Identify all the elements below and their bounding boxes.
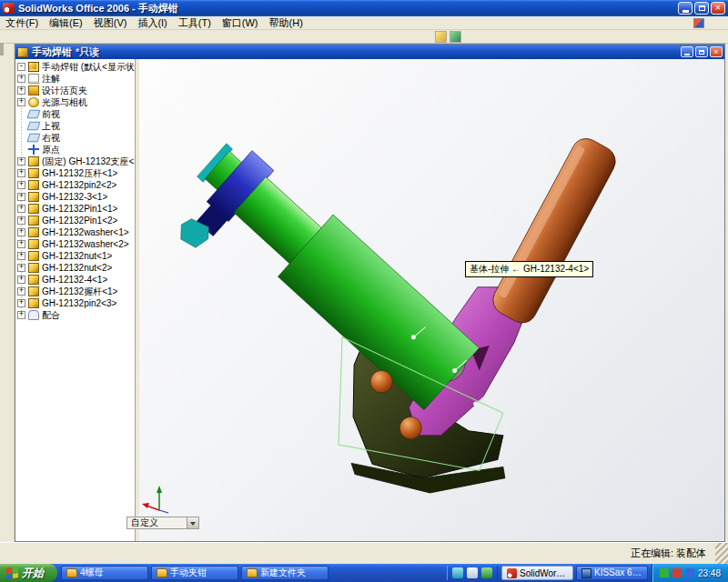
status-bar: 正在编辑: 装配体	[0, 542, 728, 564]
taskbar-task-button[interactable]: KISSax 6.0 - 图...	[576, 566, 648, 580]
doc-minimize-button[interactable]	[681, 46, 693, 57]
tree-expand-box[interactable]: +	[17, 287, 25, 296]
menu-item[interactable]: 工具(T)	[173, 16, 217, 30]
deskband-icon-2[interactable]	[467, 567, 478, 578]
tree-root-item[interactable]: - 手动焊钳 (默认<显示状态-1>)	[15, 61, 135, 73]
tree-item[interactable]: + GH-12132washer<1>	[15, 226, 135, 238]
task-icon	[581, 568, 592, 578]
start-button[interactable]: 开始	[0, 564, 57, 582]
taskbar-task-button[interactable]: 手动夹钳	[151, 566, 238, 580]
mate-toolbar-icon[interactable]	[450, 31, 461, 43]
tree-expand-box[interactable]: +	[17, 228, 25, 236]
tree-item[interactable]: + 光源与相机	[15, 96, 135, 108]
tree-item[interactable]: + GH-12132nut<1>	[15, 250, 135, 262]
graphics-area[interactable]: 基体-拉伸 ← GH-12132-4<1>	[139, 59, 724, 541]
menubar-corner-icon[interactable]	[693, 18, 704, 28]
tree-expand-box[interactable]: +	[17, 311, 25, 319]
tree-item-label: 右视	[42, 132, 60, 145]
menu-item[interactable]: 编辑(E)	[44, 16, 88, 30]
combo-dropdown-button[interactable]	[187, 517, 198, 528]
tree-item-icon	[28, 85, 39, 95]
configuration-combo[interactable]: 自定义	[126, 517, 199, 529]
left-toolbar-icon-2[interactable]	[2, 43, 4, 55]
tree-item-icon	[28, 298, 39, 308]
tree-item[interactable]: + GH-12132-4<1>	[15, 274, 135, 286]
tree-item-icon	[28, 263, 39, 273]
tree-expand-box[interactable]: +	[17, 193, 25, 201]
assembly-doc-icon	[17, 47, 28, 57]
app-title-bar[interactable]: SolidWorks Office 2006 - 手动焊钳 ×	[0, 0, 728, 16]
tray-icon-3[interactable]	[685, 568, 694, 577]
tree-expand-box[interactable]: +	[17, 169, 25, 177]
tree-expand-box[interactable]: +	[17, 216, 25, 225]
tree-item[interactable]: + (固定) GH-12132支座<1>	[15, 156, 135, 167]
doc-restore-button[interactable]	[695, 46, 708, 57]
menu-item[interactable]: 窗口(W)	[217, 16, 264, 30]
model-arm-part[interactable]	[159, 129, 480, 438]
tree-expand-box[interactable]: +	[17, 98, 25, 106]
tree-item[interactable]: + GH-12132Pin1<2>	[15, 215, 135, 226]
taskbar-task-button[interactable]: 新建文件夹	[241, 566, 329, 580]
tree-item[interactable]: 前视	[15, 108, 135, 120]
tree-item[interactable]: + 注解	[15, 73, 135, 85]
tree-item[interactable]: + GH-12132pin2<2>	[15, 179, 135, 191]
tree-expand-box[interactable]: +	[17, 157, 25, 166]
tree-expand-box[interactable]: +	[17, 299, 25, 307]
deskband-icon-1[interactable]	[452, 567, 463, 578]
readonly-badge: *只读	[76, 45, 677, 59]
task-label: KISSax 6.0 - 图...	[594, 567, 642, 579]
tree-item-label: 设计活页夹	[42, 85, 87, 97]
tray-icon-2[interactable]	[672, 568, 682, 577]
taskbar-task-button[interactable]: 4螺母	[61, 566, 148, 580]
tree-item[interactable]: 右视	[15, 132, 135, 144]
document-title-bar[interactable]: 手动焊钳 *只读 ×	[15, 45, 724, 59]
menu-item[interactable]: 文件(F)	[0, 16, 44, 30]
tree-item[interactable]: + 配合	[15, 309, 135, 321]
tree-item[interactable]: + GH-12132压杆<1>	[15, 167, 135, 179]
tree-collapse-box[interactable]: -	[17, 63, 25, 71]
toolbar	[0, 30, 728, 44]
model-handle-part[interactable]	[488, 134, 621, 328]
tray-icon-1[interactable]	[660, 568, 669, 577]
tree-item[interactable]: 原点	[15, 144, 135, 156]
tree-item[interactable]: + GH-12132washer<2>	[15, 238, 135, 250]
tree-expand-box[interactable]: +	[17, 86, 25, 95]
tree-item[interactable]: + GH-12132Pin1<1>	[15, 203, 135, 215]
menu-item[interactable]: 插入(I)	[132, 16, 172, 30]
tree-item[interactable]: + GH-12132-3<1>	[15, 191, 135, 203]
tree-item[interactable]: 上视	[15, 120, 135, 132]
tree-item-icon	[28, 251, 39, 261]
model-pin-1[interactable]	[370, 370, 392, 392]
tree-expand-box[interactable]: +	[17, 240, 25, 248]
doc-close-button[interactable]: ×	[710, 46, 723, 57]
tree-expand-box[interactable]: +	[17, 181, 25, 189]
model-pin-2[interactable]	[399, 416, 421, 438]
resize-grip[interactable]	[715, 543, 728, 564]
tree-item-icon	[28, 145, 39, 155]
tree-item-label: 前视	[42, 108, 60, 121]
menu-item[interactable]: 帮助(H)	[264, 16, 308, 30]
tree-item[interactable]: + 设计活页夹	[15, 85, 135, 96]
assembly-toolbar-icon[interactable]	[435, 31, 447, 43]
tree-item-icon	[28, 180, 39, 190]
tree-item-label: GH-12132-4<1>	[42, 275, 107, 285]
restore-button[interactable]	[694, 2, 709, 15]
close-button[interactable]: ×	[711, 2, 725, 15]
tree-item[interactable]: + GH-12132nut<2>	[15, 262, 135, 274]
desktop: SolidWorks Office 2006 - 手动焊钳 × 文件(F)编辑(…	[0, 0, 728, 582]
tree-item[interactable]: + GH-12132pin2<3>	[15, 297, 135, 309]
tree-expand-box[interactable]: +	[17, 276, 25, 284]
tree-expand-box[interactable]: +	[17, 75, 25, 83]
tree-expand-box[interactable]: +	[17, 264, 25, 272]
tree-item-label: 配合	[42, 309, 60, 322]
menu-item[interactable]: 视图(V)	[88, 16, 133, 30]
tree-item[interactable]: + GH-12132握杆<1>	[15, 286, 135, 297]
tree-expand-box[interactable]: +	[17, 205, 25, 213]
taskbar-task-button[interactable]: SolidWorks Offic...	[501, 566, 573, 580]
model-3d-view[interactable]	[139, 59, 724, 541]
minimize-button[interactable]	[678, 2, 693, 15]
tree-item-label: GH-12132Pin1<1>	[42, 204, 117, 214]
tree-expand-box[interactable]: +	[17, 252, 25, 260]
tree-item-icon	[28, 156, 39, 166]
deskband-icon-3[interactable]	[481, 567, 492, 578]
